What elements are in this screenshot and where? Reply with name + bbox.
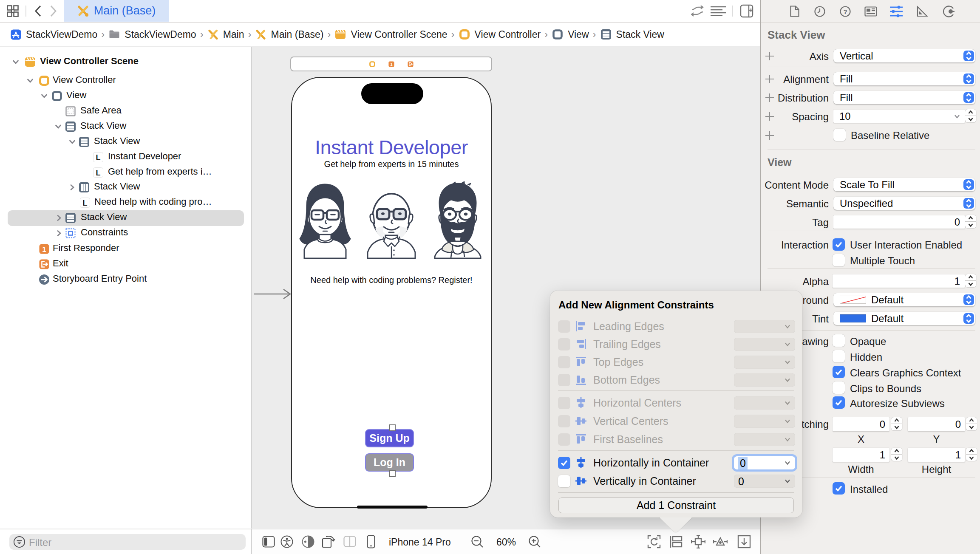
svg-text:?: ? bbox=[843, 8, 847, 15]
